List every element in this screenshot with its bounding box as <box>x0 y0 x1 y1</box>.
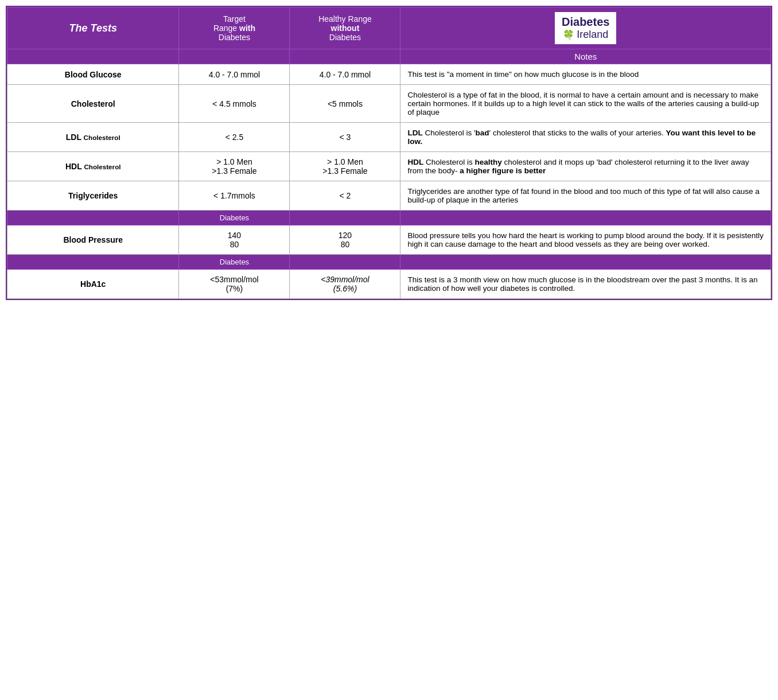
notes-blood-glucose: This test is "a moment in time" on how m… <box>400 64 771 85</box>
target-ldl: < 2.5 <box>179 123 290 152</box>
notes-header-empty-1 <box>7 49 179 64</box>
target-cholesterol: < 4.5 mmols <box>179 85 290 123</box>
row-ldl: LDL Cholesterol < 2.5 < 3 LDL Cholestero… <box>7 123 771 152</box>
header-row: The Tests TargetRange withDiabetes Healt… <box>7 7 771 49</box>
row-hdl: HDL Cholesterol > 1.0 Men>1.3 Female > 1… <box>7 152 771 181</box>
sub-header-empty-2a <box>7 255 179 270</box>
test-hdl: HDL Cholesterol <box>7 152 179 181</box>
row-hba1c: HbA1c <53mmol/mol(7%) <39mmol/mol(5.6%) … <box>7 270 771 299</box>
header-healthy: Healthy RangewithoutDiabetes <box>290 7 400 49</box>
main-table-wrapper: The Tests TargetRange withDiabetes Healt… <box>6 6 772 300</box>
row-triglycerides: Triglycerides < 1.7mmols < 2 Triglycerid… <box>7 181 771 211</box>
target-blood-glucose: 4.0 - 7.0 mmol <box>179 64 290 85</box>
logo-subtitle: Ireland <box>577 29 608 41</box>
header-target: TargetRange withDiabetes <box>179 7 290 49</box>
notes-header-label: Notes <box>400 49 771 64</box>
sub-header-empty-1a <box>7 211 179 225</box>
notes-hdl: HDL Cholesterol is healthy cholesterol a… <box>400 152 771 181</box>
logo-box: Diabetes 🍀 Ireland <box>555 12 616 44</box>
sub-header-label-2: Diabetes <box>179 255 290 270</box>
healthy-hba1c: <39mmol/mol(5.6%) <box>290 270 400 299</box>
header-target-text: TargetRange withDiabetes <box>213 14 255 42</box>
healthy-ldl: < 3 <box>290 123 400 152</box>
sub-header-notes-2 <box>400 255 771 270</box>
target-triglycerides: < 1.7mmols <box>179 181 290 211</box>
notes-header-row: Notes <box>7 49 771 64</box>
test-blood-glucose: Blood Glucose <box>7 64 179 85</box>
logo-title: Diabetes <box>562 15 609 29</box>
sub-header-diabetes-1: Diabetes <box>7 211 771 225</box>
sub-header-diabetes-2: Diabetes <box>7 255 771 270</box>
header-tests: The Tests <box>7 7 179 49</box>
healthy-blood-glucose: 4.0 - 7.0 mmol <box>290 64 400 85</box>
sub-header-label-1: Diabetes <box>179 211 290 225</box>
test-ldl: LDL Cholesterol <box>7 123 179 152</box>
test-hba1c: HbA1c <box>7 270 179 299</box>
target-hdl: > 1.0 Men>1.3 Female <box>179 152 290 181</box>
notes-ldl: LDL Cholesterol is 'bad' cholesterol tha… <box>400 123 771 152</box>
logo-icon: 🍀 <box>563 29 574 40</box>
healthy-hdl: > 1.0 Men>1.3 Female <box>290 152 400 181</box>
notes-blood-pressure: Blood pressure tells you how hard the he… <box>400 225 771 255</box>
notes-header-empty-3 <box>290 49 400 64</box>
notes-cholesterol: Cholesterol is a type of fat in the bloo… <box>400 85 771 123</box>
test-cholesterol: Cholesterol <box>7 85 179 123</box>
sub-header-notes-1 <box>400 211 771 225</box>
test-blood-pressure: Blood Pressure <box>7 225 179 255</box>
header-healthy-text: Healthy RangewithoutDiabetes <box>318 14 372 42</box>
row-blood-pressure: Blood Pressure 14080 12080 Blood pressur… <box>7 225 771 255</box>
sub-header-empty-1b <box>290 211 400 225</box>
test-triglycerides: Triglycerides <box>7 181 179 211</box>
target-blood-pressure: 14080 <box>179 225 290 255</box>
target-hba1c: <53mmol/mol(7%) <box>179 270 290 299</box>
notes-hba1c: This test is a 3 month view on how much … <box>400 270 771 299</box>
healthy-triglycerides: < 2 <box>290 181 400 211</box>
logo-cell: Diabetes 🍀 Ireland <box>400 7 771 49</box>
healthy-blood-pressure: 12080 <box>290 225 400 255</box>
row-blood-glucose: Blood Glucose 4.0 - 7.0 mmol 4.0 - 7.0 m… <box>7 64 771 85</box>
healthy-cholesterol: <5 mmols <box>290 85 400 123</box>
notes-header-empty-2 <box>179 49 290 64</box>
notes-triglycerides: Triglycerides are another type of fat fo… <box>400 181 771 211</box>
sub-header-empty-2b <box>290 255 400 270</box>
row-cholesterol: Cholesterol < 4.5 mmols <5 mmols Cholest… <box>7 85 771 123</box>
